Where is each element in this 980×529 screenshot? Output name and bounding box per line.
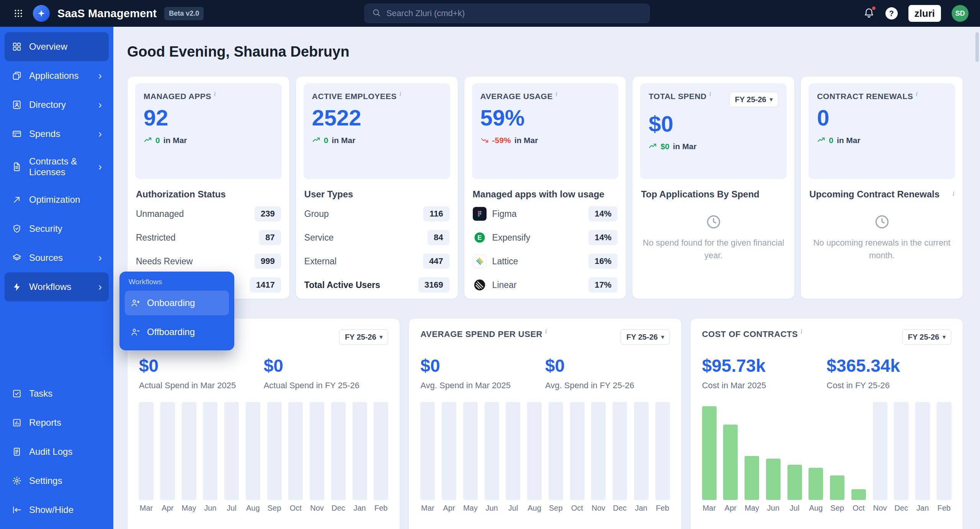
sidebar-item-security[interactable]: Security [5, 214, 109, 243]
chart-stat: $0 Avg. Spend in FY 25-26 [545, 355, 670, 391]
info-icon[interactable]: i [399, 91, 401, 97]
month-axis-label: Apr [442, 504, 456, 513]
sidebar-item-overview[interactable]: Overview [5, 32, 109, 61]
sidebar-item-directory[interactable]: Directory › [5, 90, 109, 119]
fy-value: FY 25-26 [345, 333, 376, 342]
month-axis-label: Jul [787, 504, 802, 513]
app-name: Lattice [492, 256, 518, 267]
chart-bar [723, 425, 738, 500]
fy-select[interactable]: FY 25-26 ▾ [339, 329, 388, 345]
chevron-right-icon: › [98, 282, 102, 292]
sidebar-item-optimization[interactable]: Optimization [5, 185, 109, 214]
info-icon[interactable]: i [545, 328, 547, 335]
sidebar-item-applications[interactable]: Applications › [5, 61, 109, 90]
info-icon[interactable]: i [800, 328, 802, 335]
sidebar-item-contracts-licenses[interactable]: Contracts & Licenses › [5, 148, 109, 185]
sidebar-label: Security [29, 223, 62, 234]
fy-select[interactable]: FY 25-26 ▾ [902, 329, 951, 345]
app-row-linear[interactable]: Linear 17% [472, 273, 619, 297]
month-axis-label: Feb [374, 504, 388, 513]
row-value-chip: 447 [423, 254, 449, 269]
row-value-chip: 87 [259, 230, 281, 245]
sidebar-item-show-hide[interactable]: Show/Hide [5, 495, 109, 524]
sidebar-item-tasks[interactable]: Tasks [5, 379, 109, 408]
scrollbar-thumb[interactable] [975, 32, 979, 62]
workflows-flyout-menu: Workflows Onboarding Offboarding [119, 272, 234, 350]
app-row-expensify[interactable]: E Expensify 14% [472, 226, 619, 249]
info-icon[interactable]: i [709, 91, 711, 97]
figma-logo [473, 207, 487, 221]
month-axis-label: May [745, 504, 759, 513]
row-label: External [304, 256, 336, 267]
chart-stat-value: $0 [139, 355, 264, 376]
spends-icon [11, 129, 22, 139]
beta-badge: Beta v2.0 [164, 7, 204, 20]
chart-bar [591, 402, 606, 500]
contract-renewals-card: CONTRACT RENEWALS i 0 0 in Mar Upcoming … [800, 76, 963, 299]
delta-suffix: in Mar [514, 136, 538, 145]
sidebar-label: Applications [29, 70, 78, 81]
chart-bar [310, 402, 324, 500]
app-launcher-grid-icon[interactable] [11, 7, 25, 20]
sidebar-item-sources[interactable]: Sources › [5, 243, 109, 272]
month-axis-label: Oct [570, 504, 585, 513]
chart-stat-caption: Actual Spend in Mar 2025 [139, 381, 264, 391]
chart-stat-caption: Avg. Spend in FY 25-26 [545, 381, 670, 391]
cost-of-contracts-card: COST OF CONTRACTS i FY 25-26 ▾ $95.73k C… [690, 318, 963, 529]
stat-value: 2522 [312, 106, 442, 130]
section-title: User Types [304, 189, 449, 200]
sidebar-item-settings[interactable]: Settings [5, 466, 109, 495]
month-axis-label: Apr [160, 504, 175, 513]
help-icon[interactable]: ? [885, 7, 898, 20]
notifications-bell-icon[interactable] [863, 7, 875, 20]
sidebar-item-workflows[interactable]: Workflows › [5, 272, 109, 301]
average-usage-card: AVERAGE USAGE i 59% -59% in Mar Managed … [464, 76, 627, 299]
sidebar-item-audit-logs[interactable]: Audit Logs [5, 437, 109, 466]
contracts-icon [11, 161, 22, 172]
row-value-chip: 1417 [250, 277, 281, 293]
flyout-item-offboarding[interactable]: Offboarding [125, 320, 229, 344]
trend-up-icon [817, 136, 825, 145]
zluri-brand-button[interactable]: zluri [908, 5, 941, 22]
sidebar-item-reports[interactable]: Reports [5, 408, 109, 437]
average-spend-per-user-card: AVERAGE SPEND PER USER i FY 25-26 ▾ $0 A… [408, 318, 681, 529]
empty-state-text: No upcoming renewals in the current mont… [811, 236, 953, 262]
chart-stat-value: $0 [420, 355, 545, 376]
chart-bar [267, 402, 282, 500]
global-search[interactable] [364, 4, 650, 23]
trend-up-icon [648, 142, 657, 151]
sidebar-item-spends[interactable]: Spends › [5, 119, 109, 148]
stat-value: 92 [144, 106, 273, 130]
fy-select[interactable]: FY 25-26 ▾ [729, 92, 778, 107]
stat-cards-row: MANAGED APPS i 92 0 in Mar Authorization… [127, 76, 963, 299]
info-icon[interactable]: i [214, 91, 216, 97]
tasks-icon [11, 388, 22, 399]
chart-bar [353, 402, 367, 500]
delta-suffix: in Mar [163, 136, 187, 145]
month-axis-label: Jun [203, 504, 217, 513]
zluri-logo-icon [33, 5, 50, 22]
info-icon[interactable]: i [916, 91, 918, 97]
app-name: Figma [492, 209, 517, 219]
chart-cards-row: SPEND THIS MONTH i FY 25-26 ▾ $0 Actual … [127, 318, 963, 529]
chart-bar [655, 402, 670, 500]
row-value-chip: 239 [255, 206, 281, 221]
shield-icon [11, 223, 22, 234]
month-axis-label: Nov [873, 504, 887, 513]
search-input[interactable] [385, 8, 642, 19]
month-axis-label: Aug [246, 504, 260, 513]
user-avatar[interactable]: SD [952, 5, 969, 22]
info-icon[interactable]: i [555, 91, 557, 97]
app-row-figma[interactable]: Figma 14% [472, 202, 619, 226]
app-row-lattice[interactable]: Lattice 16% [472, 249, 619, 273]
chart-stat: $0 Actual Spend in Mar 2025 [139, 355, 264, 391]
info-icon[interactable]: i [952, 190, 954, 197]
chart-bar [224, 402, 239, 500]
cost-of-contracts-bar-chart: MarAprMayJunJulAugSepOctNovDecJanFeb [702, 402, 951, 513]
fy-value: FY 25-26 [735, 95, 766, 104]
chart-bar [203, 402, 217, 500]
chart-bar [160, 402, 175, 500]
stat-title: AVERAGE USAGE [480, 92, 553, 101]
flyout-item-onboarding[interactable]: Onboarding [125, 291, 229, 315]
fy-select[interactable]: FY 25-26 ▾ [621, 329, 670, 345]
